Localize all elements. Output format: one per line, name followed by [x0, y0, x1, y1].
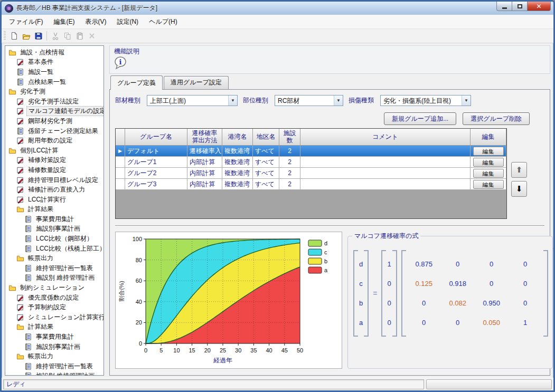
- tree-item[interactable]: 劣化予測: [6, 87, 102, 97]
- new-file-button[interactable]: [8, 30, 20, 42]
- move-up-button[interactable]: ⬆: [511, 162, 527, 178]
- tree-item[interactable]: シミュレーション計算実行: [6, 312, 102, 322]
- tree-item-label: LCC比較（桟橋上部工）: [34, 244, 104, 253]
- table-cell: 2: [279, 168, 300, 179]
- move-down-button[interactable]: ⬇: [511, 181, 527, 197]
- tree-item[interactable]: 鋼部材劣化予測: [6, 116, 102, 126]
- tree-item[interactable]: 補修数量設定: [6, 165, 102, 175]
- tree-item[interactable]: マルコフ連鎖モデルの設定: [6, 107, 102, 117]
- tree-item[interactable]: 帳票出力: [6, 253, 102, 263]
- tree-item-label: 計算結果: [26, 205, 55, 214]
- edit-button[interactable]: 編集: [473, 147, 504, 156]
- tree-item[interactable]: 維持管理目標レベル設定: [6, 175, 102, 185]
- filter-combobox-2[interactable]: 劣化・損傷系(陸上目視)▼: [380, 95, 471, 106]
- table-row[interactable]: グループ1内部計算複数港湾すべて2編集: [116, 157, 506, 168]
- tree-item[interactable]: LCC計算実行: [6, 195, 102, 205]
- window-controls: ✕: [496, 2, 551, 11]
- column-header[interactable]: 編集: [471, 129, 506, 146]
- table-row[interactable]: グループ3内部計算複数港湾すべて2編集: [116, 179, 506, 190]
- column-header[interactable]: 港湾名: [222, 129, 253, 146]
- tree-item-label: 予算制約設定: [26, 303, 68, 312]
- row-selector-cell[interactable]: [116, 168, 125, 179]
- tree-item[interactable]: 優先度係数の設定: [6, 293, 102, 303]
- info-icon[interactable]: i: [114, 56, 128, 70]
- edit-button[interactable]: 編集: [473, 169, 504, 178]
- tree-item[interactable]: 予算制約設定: [6, 302, 102, 312]
- tree-item[interactable]: 点検結果一覧: [6, 77, 102, 87]
- tree-item[interactable]: 計算結果: [6, 322, 102, 332]
- tree-item-label: 補修数量設定: [26, 166, 68, 175]
- column-header[interactable]: 遷移確率 算出方法: [187, 129, 222, 146]
- tree-item[interactable]: 維持管理計画一覧表: [6, 361, 102, 371]
- tab-apply-group-settings[interactable]: 適用グループ設定: [164, 76, 229, 89]
- tree-item-label: LCC比較（鋼部材）: [34, 234, 95, 243]
- tree-item[interactable]: 維持管理計画一覧表: [6, 263, 102, 273]
- table-cell: 複数港湾: [222, 179, 253, 190]
- tree-item[interactable]: 係留チェーン径測定結果: [6, 126, 102, 136]
- chevron-down-icon: ▼: [334, 95, 343, 106]
- matrix-cell: 0.918: [441, 274, 475, 293]
- tree-item[interactable]: 計算結果: [6, 205, 102, 215]
- tree-item[interactable]: 施設別 維持管理計画: [6, 371, 102, 376]
- column-header[interactable]: [116, 129, 125, 146]
- tree-item[interactable]: 補修対策設定: [6, 156, 102, 166]
- menu-item-3[interactable]: 設定(N): [111, 15, 144, 28]
- menu-item-2[interactable]: 表示(V): [80, 15, 111, 28]
- tree-item[interactable]: 制約シミュレーション: [6, 283, 102, 293]
- tree-item[interactable]: 個別LCC計算: [6, 146, 102, 156]
- tree-item[interactable]: 事業費用集計: [6, 332, 102, 342]
- edit-cell: 編集: [471, 146, 506, 157]
- menu-item-0[interactable]: ファイル(F): [4, 15, 48, 28]
- column-header[interactable]: 施設数: [279, 129, 300, 146]
- column-header[interactable]: 地区名: [253, 129, 279, 146]
- app-window: 長寿郎／HB 事業計画支援システム - [新規データ] ✕ ファイル(F)編集(…: [0, 0, 555, 392]
- menu-item-1[interactable]: 編集(E): [48, 15, 80, 28]
- tree-item[interactable]: 施設別 維持管理計画: [6, 273, 102, 283]
- minimize-button[interactable]: [496, 2, 512, 11]
- column-header[interactable]: グループ名: [125, 129, 187, 146]
- save-button[interactable]: [32, 30, 44, 42]
- legend-label: c: [324, 249, 327, 255]
- column-header[interactable]: コメント: [300, 129, 471, 146]
- title-bar[interactable]: 長寿郎／HB 事業計画支援システム - [新規データ] ✕: [2, 2, 553, 15]
- tree-item[interactable]: LCC比較（桟橋上部工）: [6, 244, 102, 254]
- tree-item[interactable]: LCC比較（鋼部材）: [6, 234, 102, 244]
- tree-item[interactable]: 施設別事業計画: [6, 224, 102, 234]
- tree-item[interactable]: 事業費用集計: [6, 214, 102, 224]
- row-selector-cell[interactable]: [116, 179, 125, 190]
- panel-splitter[interactable]: [104, 45, 109, 376]
- menu-item-4[interactable]: ヘルプ(H): [144, 15, 183, 28]
- close-button[interactable]: ✕: [528, 2, 551, 11]
- tree-item-label: 制約シミュレーション: [18, 283, 86, 292]
- tree-item[interactable]: 耐用年数の設定: [6, 136, 102, 146]
- open-folder-button[interactable]: [20, 30, 32, 42]
- filter-label-0: 部材種別: [115, 96, 140, 105]
- report-list-icon: [24, 235, 32, 243]
- tree-item-label: 係留チェーン径測定結果: [26, 127, 100, 136]
- tree-item[interactable]: 帳票出力: [6, 351, 102, 361]
- tab-group-definition[interactable]: グループ定義: [110, 75, 163, 90]
- tree-item[interactable]: 補修計画の直接入力: [6, 185, 102, 195]
- function-description-label: 機能説明: [114, 47, 545, 56]
- tree-item-label: 施設一覧: [26, 68, 55, 77]
- tree-item[interactable]: 施設一覧: [6, 67, 102, 77]
- toolbar: [2, 29, 553, 43]
- maximize-button[interactable]: [512, 2, 528, 11]
- filter-combobox-1[interactable]: RC部材▼: [275, 95, 343, 106]
- add-group-button[interactable]: 新規グループ追加...: [384, 112, 456, 125]
- edit-button[interactable]: 編集: [473, 180, 504, 189]
- tree-item[interactable]: 施設別事業計画: [6, 342, 102, 352]
- tree-item[interactable]: 劣化予測手法設定: [6, 97, 102, 107]
- filter-combobox-0[interactable]: 上部工(上面)▼: [147, 95, 238, 106]
- maximize-icon: [518, 4, 522, 8]
- row-selector-cell[interactable]: [116, 157, 125, 168]
- table-row[interactable]: デフォルト遷移確率入力複数港湾すべて2編集: [116, 146, 506, 157]
- tree-item[interactable]: 基本条件: [6, 58, 102, 68]
- edit-button[interactable]: 編集: [473, 158, 504, 167]
- matrix-cell: 0.125: [407, 274, 441, 293]
- table-cell: 2: [279, 157, 300, 168]
- table-row[interactable]: グループ2内部計算複数港湾すべて2編集: [116, 168, 506, 179]
- tree-item[interactable]: 施設・点検情報: [6, 47, 102, 58]
- delete-group-button[interactable]: 選択グループ削除: [463, 112, 530, 125]
- row-selector-cell[interactable]: [116, 146, 125, 157]
